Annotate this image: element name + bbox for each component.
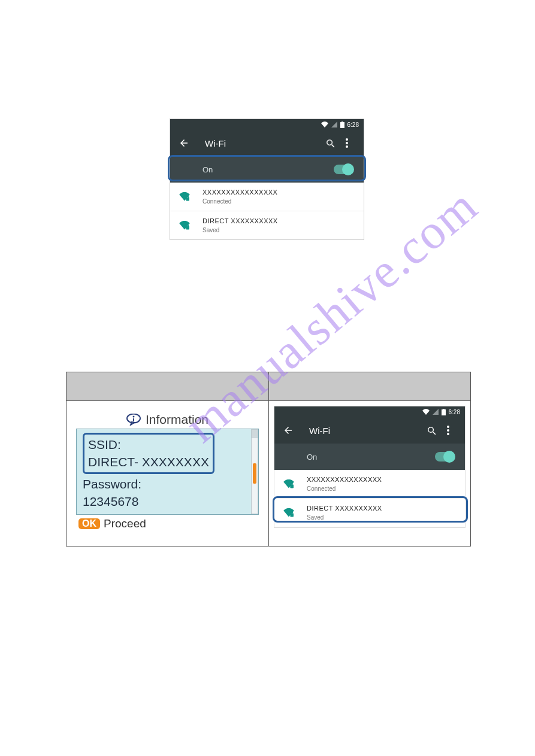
overflow-menu-icon[interactable]: [440, 426, 457, 435]
printer-panel-header: Information: [76, 411, 259, 429]
table-cell-printer: Information SSID: DIRECT- XXXXXXXX Passw…: [67, 401, 269, 546]
network-ssid: XXXXXXXXXXXXXXXX: [307, 476, 382, 483]
status-bar: 6:28: [170, 119, 364, 130]
statusbar-time: 6:28: [347, 122, 359, 128]
status-bar: 6:28: [274, 406, 465, 417]
statusbar-signal-icon: [433, 409, 439, 415]
svg-rect-15: [443, 409, 445, 410]
search-icon[interactable]: [423, 426, 440, 436]
svg-point-12: [132, 416, 134, 418]
statusbar-battery-icon: [442, 409, 446, 415]
network-row-connected[interactable]: XXXXXXXXXXXXXXXX Connected: [170, 183, 364, 211]
printer-panel-body: SSID: DIRECT- XXXXXXXX Password: 1234567…: [76, 429, 259, 515]
phone-screenshot-right: 6:28 Wi-Fi On: [274, 406, 466, 528]
printer-password-value: 12345678: [83, 493, 255, 510]
wifi-toggle-label: On: [307, 453, 317, 462]
svg-line-17: [433, 432, 435, 434]
proceed-label: Proceed: [104, 517, 146, 530]
svg-point-4: [346, 138, 348, 141]
statusbar-signal-icon: [331, 122, 337, 127]
table-cell-phone: 6:28 Wi-Fi On: [269, 401, 471, 546]
svg-rect-14: [442, 409, 446, 415]
printer-header-text: Information: [146, 412, 208, 427]
network-row-connected[interactable]: XXXXXXXXXXXXXXXX Connected: [274, 470, 465, 499]
screen-title: Wi-Fi: [205, 138, 322, 148]
svg-point-6: [346, 145, 348, 148]
svg-rect-8: [187, 196, 189, 198]
table-header-left: [67, 372, 269, 401]
wifi-secure-icon: [179, 192, 192, 202]
phone-screenshot-top: 6:28 Wi-Fi On XXXXXXXXXXXXXXXX Connected: [170, 119, 364, 240]
printer-panel-footer: OK Proceed: [76, 515, 259, 533]
network-row-saved[interactable]: DIRECT XXXXXXXXXX Saved: [170, 211, 364, 239]
svg-rect-0: [340, 122, 344, 128]
overflow-menu-icon[interactable]: [338, 138, 355, 148]
screen-title: Wi-Fi: [309, 426, 423, 436]
statusbar-battery-icon: [340, 122, 344, 128]
ok-button-icon[interactable]: OK: [78, 518, 100, 529]
printer-scrollbar[interactable]: [251, 429, 258, 514]
printer-info-panel: Information SSID: DIRECT- XXXXXXXX Passw…: [76, 411, 259, 535]
callout-highlight-direct-network: [273, 496, 468, 523]
app-bar: Wi-Fi: [170, 130, 364, 156]
table-header-right: [269, 372, 471, 401]
network-status: Connected: [307, 485, 382, 492]
wifi-secure-icon: [179, 221, 192, 230]
printer-ssid-value: DIRECT- XXXXXXXX: [88, 453, 209, 470]
comparison-table: Information SSID: DIRECT- XXXXXXXX Passw…: [66, 372, 471, 546]
info-bubble-icon: [126, 414, 141, 426]
wifi-toggle-switch[interactable]: [435, 452, 454, 462]
svg-point-20: [447, 433, 449, 435]
callout-highlight-printer-ssid: SSID: DIRECT- XXXXXXXX: [83, 433, 214, 474]
svg-line-3: [331, 144, 334, 147]
app-bar: Wi-Fi: [274, 417, 465, 444]
svg-point-18: [447, 426, 449, 428]
svg-rect-1: [341, 122, 343, 123]
network-status: Connected: [202, 198, 277, 205]
statusbar-wifi-icon: [422, 409, 430, 415]
svg-rect-10: [187, 225, 189, 227]
svg-rect-13: [133, 418, 134, 421]
network-ssid: DIRECT XXXXXXXXXX: [202, 217, 278, 224]
back-arrow-icon[interactable]: [283, 425, 294, 436]
printer-password-label: Password:: [83, 475, 255, 493]
back-arrow-icon[interactable]: [179, 138, 189, 148]
svg-point-2: [327, 139, 332, 145]
svg-point-5: [346, 142, 348, 144]
wifi-secure-icon: [283, 479, 296, 489]
callout-highlight-wifi-toggle: [168, 155, 366, 181]
search-icon[interactable]: [322, 138, 338, 148]
network-status: Saved: [202, 227, 278, 233]
statusbar-time: 6:28: [449, 409, 460, 415]
printer-ssid-label: SSID:: [88, 436, 209, 453]
network-ssid: XXXXXXXXXXXXXXXX: [202, 189, 277, 196]
statusbar-wifi-icon: [321, 122, 328, 127]
svg-point-19: [447, 429, 449, 432]
svg-point-16: [428, 427, 433, 432]
wifi-master-toggle-row[interactable]: On: [274, 444, 465, 470]
